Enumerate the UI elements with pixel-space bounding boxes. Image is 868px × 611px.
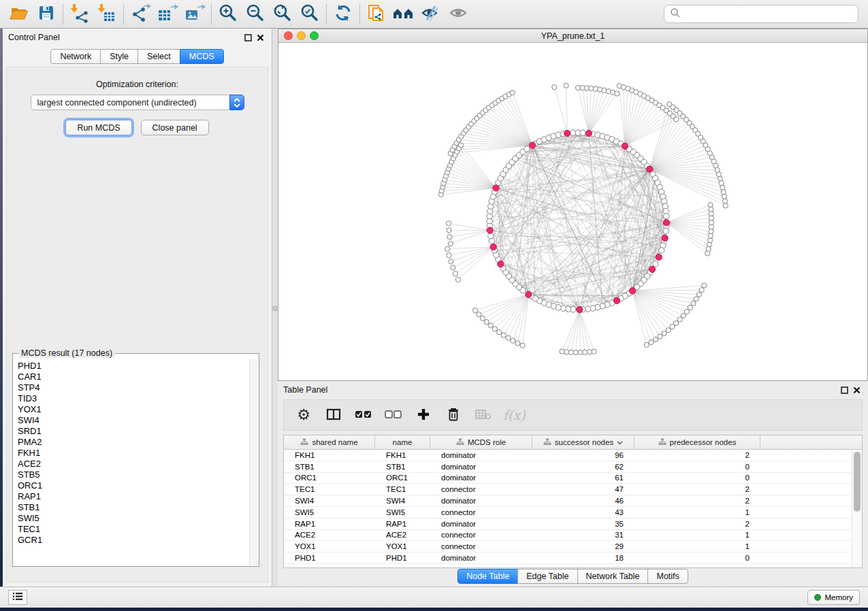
- tab-network-table[interactable]: Network Table: [577, 569, 649, 584]
- mcds-result-item[interactable]: SRD1: [18, 426, 249, 437]
- unchecked-boxes-icon: [385, 410, 402, 420]
- task-history-button[interactable]: [8, 590, 27, 605]
- table-row[interactable]: YOX1YOX1connector291: [284, 541, 862, 552]
- table-row[interactable]: RAP1RAP1dominator352: [284, 518, 862, 530]
- window-minimize-icon[interactable]: [297, 31, 306, 40]
- close-panel-icon[interactable]: [850, 384, 863, 396]
- delete-column-button[interactable]: [443, 403, 464, 427]
- column-header-shared-name[interactable]: shared name: [284, 435, 375, 449]
- save-session-button[interactable]: [33, 2, 60, 27]
- column-header-successor-nodes[interactable]: successor nodes: [532, 435, 634, 449]
- mcds-result-item[interactable]: PHD1: [18, 361, 249, 371]
- zoom-in-button[interactable]: [214, 2, 242, 27]
- mcds-result-list[interactable]: PHD1CAR1STP4TID3YOX1SWI4SRD1PMA2FKH1ACE2…: [14, 359, 249, 565]
- zoom-fit-button[interactable]: [269, 2, 296, 27]
- close-panel-button[interactable]: Close panel: [141, 120, 209, 135]
- window-maximize-icon[interactable]: [310, 31, 319, 40]
- table-scrollbar[interactable]: [852, 450, 862, 567]
- gear-icon: ⚙: [297, 408, 310, 423]
- tab-style[interactable]: Style: [100, 49, 138, 64]
- show-all-button[interactable]: [445, 2, 472, 27]
- table-row[interactable]: FKH1FKH1dominator962: [284, 450, 862, 461]
- mcds-result-item[interactable]: SWI5: [18, 513, 249, 524]
- mcds-result-item[interactable]: STP4: [18, 382, 249, 393]
- mcds-result-item[interactable]: YOX1: [18, 404, 249, 415]
- mcds-tab-content: Optimization criterion: largest connecte…: [6, 67, 268, 582]
- import-network-button[interactable]: [66, 2, 93, 27]
- network-canvas[interactable]: [278, 43, 867, 380]
- tab-network[interactable]: Network: [50, 49, 101, 64]
- column-header-predecessor-nodes[interactable]: predecessor nodes: [634, 435, 760, 449]
- control-panel-tabs: NetworkStyleSelectMCDS: [3, 49, 272, 64]
- new-network-from-selection-button[interactable]: [363, 2, 390, 27]
- table-cell: RAP1: [375, 518, 430, 529]
- checked-boxes-icon: [355, 410, 372, 420]
- table-scrollbar-thumb[interactable]: [854, 452, 861, 512]
- close-panel-icon[interactable]: [254, 31, 266, 44]
- hide-selected-button[interactable]: [417, 2, 445, 27]
- tab-edge-table[interactable]: Edge Table: [517, 569, 577, 584]
- optimization-criterion-select[interactable]: largest connected component (undirected): [31, 95, 244, 110]
- table-cell: 43: [532, 507, 634, 518]
- zoom-selected-button[interactable]: [296, 2, 323, 27]
- window-close-icon[interactable]: [284, 31, 293, 40]
- select-all-rows-button[interactable]: [353, 403, 374, 427]
- table-row[interactable]: ORC1ORC1dominator610: [284, 473, 862, 484]
- column-label: shared name: [312, 438, 357, 446]
- search-box[interactable]: [664, 5, 858, 23]
- memory-status-icon: [814, 594, 821, 601]
- deselect-all-rows-button[interactable]: [383, 403, 404, 427]
- tab-mcds[interactable]: MCDS: [180, 49, 224, 64]
- zoom-out-button[interactable]: [242, 2, 269, 27]
- table-row[interactable]: ACE2ACE2connector311: [284, 530, 862, 542]
- table-row[interactable]: SWI4SWI4dominator462: [284, 495, 862, 507]
- run-mcds-button[interactable]: Run MCDS: [65, 120, 131, 135]
- function-builder-button[interactable]: f(x): [503, 403, 526, 427]
- mcds-result-item[interactable]: ORC1: [18, 480, 249, 491]
- table-cell: ACE2: [284, 530, 375, 541]
- column-header-name[interactable]: name: [375, 435, 430, 449]
- column-header-MCDS-role[interactable]: MCDS role: [430, 435, 532, 449]
- add-column-button[interactable]: [413, 403, 434, 427]
- import-table-button[interactable]: [93, 2, 120, 27]
- table-row[interactable]: PHD1PHD1dominator180: [284, 552, 862, 564]
- float-panel-icon[interactable]: [838, 384, 850, 396]
- table-row[interactable]: SWI5SWI5connector431: [284, 507, 862, 518]
- mcds-result-item[interactable]: SWI4: [18, 415, 249, 426]
- tab-motifs[interactable]: Motifs: [647, 569, 688, 584]
- table-row[interactable]: TEC1TEC1connector472: [284, 484, 862, 495]
- mcds-list-scrollbar[interactable]: [249, 359, 258, 565]
- table-row[interactable]: STB1STB1dominator620: [284, 461, 862, 473]
- export-network-button[interactable]: [127, 2, 154, 27]
- mcds-result-item[interactable]: RAP1: [18, 491, 249, 502]
- mcds-result-item[interactable]: TID3: [18, 393, 249, 404]
- mcds-result-item[interactable]: CAR1: [18, 371, 249, 382]
- table-cell: ORC1: [284, 473, 375, 484]
- float-panel-icon[interactable]: [242, 31, 254, 44]
- export-table-button[interactable]: [154, 2, 181, 27]
- column-chooser-button[interactable]: [323, 403, 344, 427]
- network-window-titlebar[interactable]: YPA_prune.txt_1: [278, 29, 867, 43]
- tab-select[interactable]: Select: [138, 49, 180, 64]
- open-session-button[interactable]: [5, 2, 33, 27]
- eye-icon: [447, 3, 469, 24]
- mcds-result-item[interactable]: STB1: [18, 502, 249, 513]
- first-neighbors-button[interactable]: [390, 2, 417, 27]
- mcds-result-item[interactable]: TEC1: [18, 524, 249, 535]
- export-image-button[interactable]: [181, 2, 208, 27]
- mcds-result-item[interactable]: ACE2: [18, 459, 249, 469]
- delete-table-button[interactable]: [473, 403, 494, 427]
- mcds-result-item[interactable]: FKH1: [18, 448, 249, 459]
- memory-button[interactable]: Memory: [807, 590, 860, 605]
- toolbar-separator: [359, 4, 360, 24]
- search-input[interactable]: [681, 10, 858, 19]
- mcds-result-item[interactable]: PMA2: [18, 437, 249, 448]
- splitter-grip[interactable]: [273, 306, 277, 311]
- table-settings-button[interactable]: ⚙: [293, 403, 314, 427]
- main-toolbar: [0, 0, 868, 29]
- tab-node-table[interactable]: Node Table: [457, 569, 518, 584]
- refresh-layout-button[interactable]: [329, 2, 357, 27]
- mcds-result-item[interactable]: GCR1: [18, 535, 249, 546]
- mcds-result-item[interactable]: STB5: [18, 469, 249, 480]
- panel-splitter[interactable]: [272, 29, 278, 587]
